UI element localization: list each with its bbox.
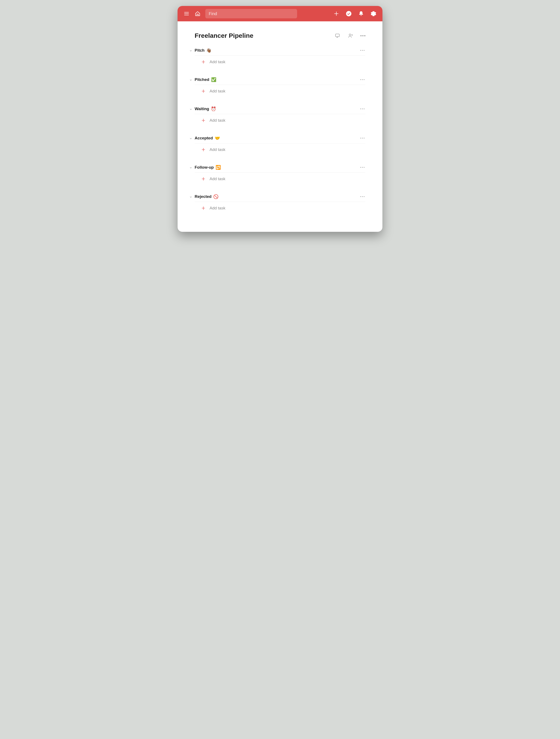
dot-icon [360,50,361,51]
add-task-button[interactable]: Add task [195,202,365,210]
section: Accepted 🤝 Add task [195,136,365,152]
section-more-button[interactable] [360,50,365,51]
section-collapse-toggle[interactable] [189,166,193,170]
section-title[interactable]: Waiting ⏰ [195,106,216,112]
section-more-button[interactable] [360,109,365,109]
section-collapse-toggle[interactable] [189,78,193,82]
section-header: Accepted 🤝 [195,136,365,143]
quick-add-button[interactable] [332,9,341,18]
section-header: Pitched ✅ [195,77,365,85]
section-name: Accepted [195,136,213,140]
section-title[interactable]: Pitch 👋🏾 [195,48,211,53]
comment-icon [335,33,340,38]
person-plus-icon [348,33,353,38]
hamburger-icon [184,11,189,16]
menu-button[interactable] [182,9,191,18]
add-task-label: Add task [210,89,225,94]
section-title[interactable]: Follow-up 🔁 [195,165,221,170]
section-emoji: 👋🏾 [206,48,211,53]
share-button[interactable] [347,32,354,39]
dot-icon [362,138,363,139]
add-task-button[interactable]: Add task [195,56,365,64]
plus-icon [201,89,206,94]
dot-icon [360,138,361,139]
chevron-down-icon [189,108,192,111]
home-button[interactable] [193,9,202,18]
section-emoji: 🔁 [215,165,221,170]
search-wrap [205,9,297,18]
topbar [178,6,382,21]
add-task-label: Add task [210,59,225,64]
dot-icon [360,109,361,109]
section-header: Follow-up 🔁 [195,165,365,173]
dot-icon [364,109,365,109]
section: Pitched ✅ Add task [195,77,365,94]
add-task-button[interactable]: Add task [195,173,365,181]
comments-button[interactable] [334,32,341,39]
app-window: Freelancer Pipeline Pitch 👋🏾 [178,6,382,232]
svg-rect-6 [336,34,339,37]
completed-button[interactable] [345,9,353,18]
dot-icon [364,138,365,139]
dot-icon [360,167,361,168]
section-header: Rejected 🚫 [195,194,365,202]
add-task-label: Add task [210,147,225,152]
section-more-button[interactable] [360,196,365,197]
add-task-label: Add task [210,176,225,181]
chevron-down-icon [189,195,192,198]
section-collapse-toggle[interactable] [189,195,193,199]
settings-button[interactable] [369,9,378,18]
plus-icon [201,147,206,152]
section-more-button[interactable] [360,167,365,168]
section-collapse-toggle[interactable] [189,136,193,141]
dot-icon [364,79,365,80]
dot-icon [360,79,361,80]
dot-icon [364,35,365,36]
section-more-button[interactable] [360,138,365,139]
plus-icon [201,206,206,210]
dot-icon [362,35,363,36]
home-icon [195,11,200,16]
project-title: Freelancer Pipeline [195,32,253,39]
add-task-button[interactable]: Add task [195,143,365,152]
section-emoji: 🚫 [213,194,218,199]
gear-icon [371,11,376,16]
section-more-button[interactable] [360,79,365,80]
section-collapse-toggle[interactable] [189,49,193,53]
chevron-down-icon [189,79,192,82]
section: Waiting ⏰ Add task [195,106,365,123]
add-task-label: Add task [210,206,225,210]
svg-point-7 [349,34,351,36]
add-task-button[interactable]: Add task [195,85,365,94]
section-emoji: ⏰ [211,106,216,112]
check-circle-icon [346,11,352,16]
svg-point-5 [346,11,351,16]
add-task-button[interactable]: Add task [195,114,365,123]
dot-icon [364,50,365,51]
section: Pitch 👋🏾 Add task [195,48,365,64]
project-header: Freelancer Pipeline [195,32,365,39]
dot-icon [364,167,365,168]
section-emoji: 🤝 [215,136,220,141]
section-title[interactable]: Accepted 🤝 [195,136,220,141]
section: Follow-up 🔁 Add task [195,165,365,181]
section-name: Waiting [195,107,209,111]
search-input[interactable] [205,9,297,18]
sections-list: Pitch 👋🏾 Add task Pitched ✅ [195,48,365,210]
section-name: Follow-up [195,165,214,170]
section-title[interactable]: Rejected 🚫 [195,194,218,199]
section: Rejected 🚫 Add task [195,194,365,210]
dot-icon [362,167,363,168]
chevron-down-icon [189,49,192,52]
section-collapse-toggle[interactable] [189,107,193,112]
dot-icon [360,196,361,197]
section-title[interactable]: Pitched ✅ [195,77,216,82]
section-header: Waiting ⏰ [195,106,365,114]
dot-icon [362,109,363,109]
project-more-button[interactable] [360,35,365,36]
dot-icon [364,196,365,197]
dot-icon [362,79,363,80]
plus-icon [334,11,339,16]
notifications-button[interactable] [357,9,365,18]
dot-icon [362,196,363,197]
